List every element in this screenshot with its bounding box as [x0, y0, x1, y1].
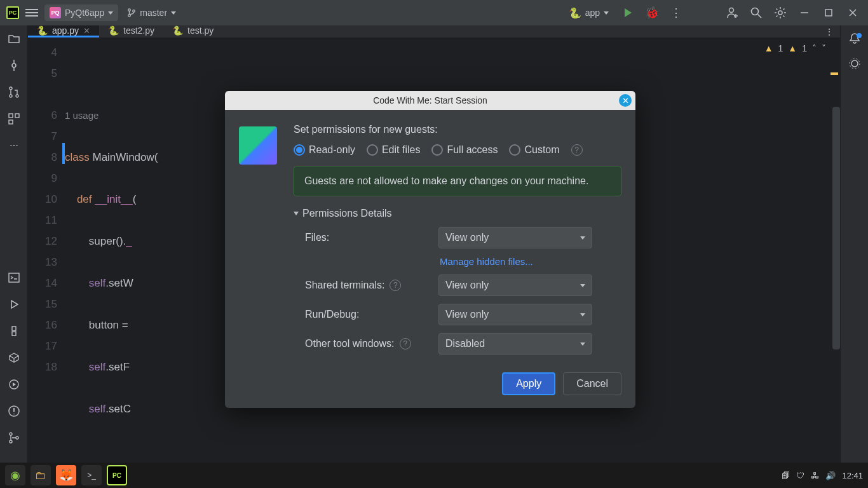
start-menu-button[interactable]: ◉	[5, 465, 25, 485]
python-packages-button[interactable]	[7, 351, 21, 365]
person-icon	[726, 6, 738, 19]
radio-full-access[interactable]: Full access	[431, 144, 498, 156]
project-selector[interactable]: PQ PyQt6app	[44, 4, 118, 21]
run-button[interactable]	[619, 4, 637, 22]
svg-point-9	[10, 95, 12, 97]
tab-label: test2.py	[123, 25, 154, 36]
chevron-down-icon	[580, 236, 585, 240]
window-maximize[interactable]	[820, 4, 837, 22]
chevron-down-icon	[171, 11, 176, 15]
firefox-button[interactable]: 🦊	[56, 465, 76, 485]
svg-rect-14	[9, 273, 19, 282]
error-stripe-mark[interactable]	[831, 72, 838, 75]
tray-update-icon[interactable]: 🗐	[782, 471, 790, 480]
vcs-tool-button[interactable]	[7, 431, 21, 445]
problems-tool-button[interactable]	[7, 404, 21, 418]
tab-test2-py[interactable]: 🐍 test2.py	[99, 25, 163, 37]
tray-volume-icon[interactable]: 🔊	[825, 471, 836, 480]
maximize-icon	[822, 6, 835, 19]
window-close[interactable]	[844, 4, 862, 22]
settings-button[interactable]	[771, 4, 789, 22]
project-tool-button[interactable]	[7, 32, 21, 46]
file-manager-button[interactable]: 🗀	[31, 465, 51, 485]
permissions-heading: Set permissions for new guests:	[294, 124, 621, 135]
vcs-branch-selector[interactable]: master	[125, 5, 179, 20]
code-with-me-button[interactable]	[723, 4, 741, 22]
tool-windows-select[interactable]: Disabled	[438, 333, 592, 355]
pycharm-taskbar-button[interactable]: PC	[107, 465, 127, 485]
tabs-more-button[interactable]: ⋮	[818, 25, 840, 37]
commit-tool-button[interactable]	[7, 58, 21, 72]
run-config-selector[interactable]: 🐍 app	[565, 6, 613, 20]
dialog-actions: Apply Cancel	[225, 366, 635, 408]
tray-clock[interactable]: 12:41	[842, 471, 863, 480]
dialog-close-button[interactable]: ✕	[619, 94, 632, 107]
structure-tool-button[interactable]	[7, 112, 21, 126]
help-icon[interactable]: ?	[571, 144, 583, 156]
warning-icon: ▲	[764, 43, 773, 53]
chevron-down-icon	[580, 284, 585, 287]
kebab-icon: ⋮	[670, 6, 682, 20]
inspection-widget[interactable]: ▲1 ▲1 ˄ ˅	[764, 43, 826, 53]
permissions-details-toggle[interactable]: Permissions Details	[294, 208, 621, 219]
search-button[interactable]	[747, 4, 765, 22]
project-name: PyQt6app	[65, 8, 104, 18]
svg-point-2	[133, 10, 135, 13]
shared-terminals-select[interactable]: View only	[438, 274, 592, 296]
tab-app-py[interactable]: 🐍 app.py ✕	[28, 25, 99, 37]
warning-icon: ▲	[788, 43, 797, 53]
debug-button[interactable]: 🐞	[643, 4, 661, 22]
ai-assistant-button[interactable]	[848, 57, 861, 70]
services-tool-button[interactable]	[7, 377, 21, 391]
branch-name: master	[140, 8, 167, 18]
svg-point-8	[10, 87, 12, 90]
permission-radio-group: Read-only Edit files Full access Custom …	[294, 144, 621, 156]
files-label: Files:	[305, 232, 438, 243]
more-tools-button[interactable]: ⋯	[7, 139, 21, 152]
radio-custom[interactable]: Custom	[509, 144, 559, 156]
chevron-down-icon	[580, 342, 585, 346]
window-minimize[interactable]	[796, 4, 813, 22]
next-highlight[interactable]: ˅	[822, 43, 826, 53]
play-icon	[625, 8, 632, 17]
files-select[interactable]: View only	[438, 227, 592, 248]
close-icon[interactable]: ✕	[83, 26, 90, 36]
app-icon: PC	[6, 6, 19, 19]
chevron-down-icon	[294, 212, 299, 215]
prev-highlight[interactable]: ˄	[812, 43, 817, 53]
svg-point-18	[10, 440, 12, 443]
main-menu-button[interactable]	[25, 9, 38, 17]
ellipsis-icon: ⋯	[10, 140, 18, 151]
tab-label: app.py	[52, 25, 79, 36]
manage-hidden-files-link[interactable]: Manage hidden files...	[438, 256, 621, 267]
tray-network-icon[interactable]: 🖧	[811, 471, 819, 480]
run-debug-select[interactable]: View only	[438, 304, 592, 325]
dialog-titlebar[interactable]: Code With Me: Start Session ✕	[225, 91, 635, 110]
svg-point-5	[778, 11, 782, 15]
more-actions-button[interactable]: ⋮	[667, 4, 685, 22]
cancel-button[interactable]: Cancel	[563, 372, 621, 395]
tab-label: test.py	[187, 25, 214, 36]
chevron-down-icon	[604, 11, 609, 15]
terminal-tool-button[interactable]	[7, 271, 21, 285]
folder-icon: 🗀	[35, 469, 46, 482]
pull-requests-button[interactable]	[7, 85, 21, 99]
tray-shield-icon[interactable]: 🛡	[796, 471, 804, 480]
terminal-button[interactable]: >_	[81, 465, 102, 485]
radio-read-only[interactable]: Read-only	[294, 144, 355, 156]
svg-point-3	[729, 8, 734, 13]
run-tool-button[interactable]	[7, 297, 21, 311]
run-config-name: app	[585, 8, 600, 18]
apply-button[interactable]: Apply	[502, 372, 555, 395]
weak-warning-count: 1	[802, 43, 807, 53]
close-icon	[846, 6, 859, 19]
python-console-button[interactable]	[7, 324, 21, 338]
svg-point-10	[16, 95, 18, 97]
python-icon: 🐍	[172, 25, 183, 36]
radio-edit-files[interactable]: Edit files	[367, 144, 420, 156]
help-icon[interactable]: ?	[400, 338, 411, 349]
svg-point-20	[851, 60, 858, 67]
help-icon[interactable]: ?	[390, 280, 401, 291]
scrollbar-thumb[interactable]	[832, 107, 840, 349]
tab-test-py[interactable]: 🐍 test.py	[163, 25, 222, 37]
